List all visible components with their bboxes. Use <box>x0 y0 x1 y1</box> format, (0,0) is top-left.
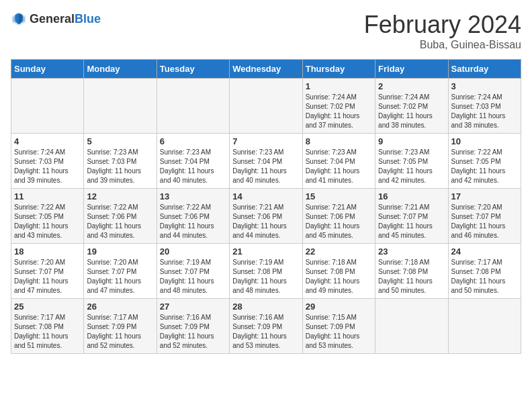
day-of-week-header: Monday <box>84 60 157 79</box>
day-info: Sunrise: 7:20 AM Sunset: 7:07 PM Dayligh… <box>451 203 518 240</box>
calendar-week-row: 25Sunrise: 7:17 AM Sunset: 7:08 PM Dayli… <box>11 299 521 354</box>
calendar-cell: 23Sunrise: 7:18 AM Sunset: 7:08 PM Dayli… <box>375 244 448 299</box>
calendar-cell: 25Sunrise: 7:17 AM Sunset: 7:08 PM Dayli… <box>11 299 84 354</box>
day-info: Sunrise: 7:24 AM Sunset: 7:02 PM Dayligh… <box>306 93 372 130</box>
day-number: 24 <box>451 246 518 257</box>
day-info: Sunrise: 7:16 AM Sunset: 7:09 PM Dayligh… <box>232 313 299 351</box>
calendar-cell: 7Sunrise: 7:23 AM Sunset: 7:04 PM Daylig… <box>230 134 302 189</box>
calendar-cell: 5Sunrise: 7:23 AM Sunset: 7:03 PM Daylig… <box>84 134 157 189</box>
day-info: Sunrise: 7:22 AM Sunset: 7:06 PM Dayligh… <box>87 203 153 240</box>
calendar-cell: 28Sunrise: 7:16 AM Sunset: 7:09 PM Dayli… <box>230 299 302 354</box>
day-number: 25 <box>14 302 81 312</box>
day-info: Sunrise: 7:23 AM Sunset: 7:03 PM Dayligh… <box>87 148 153 185</box>
calendar-cell: 14Sunrise: 7:21 AM Sunset: 7:06 PM Dayli… <box>230 189 302 244</box>
day-number: 7 <box>232 136 299 146</box>
day-info: Sunrise: 7:22 AM Sunset: 7:05 PM Dayligh… <box>14 203 81 240</box>
calendar-cell: 16Sunrise: 7:21 AM Sunset: 7:07 PM Dayli… <box>375 189 448 244</box>
day-info: Sunrise: 7:22 AM Sunset: 7:05 PM Dayligh… <box>451 148 518 185</box>
day-info: Sunrise: 7:16 AM Sunset: 7:09 PM Dayligh… <box>160 313 226 351</box>
calendar-cell: 22Sunrise: 7:18 AM Sunset: 7:08 PM Dayli… <box>302 244 375 299</box>
logo-icon <box>11 11 27 27</box>
day-info: Sunrise: 7:17 AM Sunset: 7:09 PM Dayligh… <box>87 313 153 351</box>
day-number: 14 <box>232 191 299 201</box>
day-of-week-header: Saturday <box>448 60 521 79</box>
calendar-header: SundayMondayTuesdayWednesdayThursdayFrid… <box>11 60 521 79</box>
calendar-cell: 6Sunrise: 7:23 AM Sunset: 7:04 PM Daylig… <box>157 134 229 189</box>
day-number: 29 <box>306 302 372 312</box>
day-number: 10 <box>451 136 518 146</box>
calendar-cell: 12Sunrise: 7:22 AM Sunset: 7:06 PM Dayli… <box>84 189 157 244</box>
day-info: Sunrise: 7:21 AM Sunset: 7:06 PM Dayligh… <box>232 203 299 240</box>
day-info: Sunrise: 7:24 AM Sunset: 7:02 PM Dayligh… <box>378 93 445 130</box>
day-number: 17 <box>451 191 518 201</box>
day-number: 15 <box>306 191 372 201</box>
calendar-cell: 19Sunrise: 7:20 AM Sunset: 7:07 PM Dayli… <box>84 244 157 299</box>
calendar-week-row: 11Sunrise: 7:22 AM Sunset: 7:05 PM Dayli… <box>11 189 521 244</box>
calendar-cell: 10Sunrise: 7:22 AM Sunset: 7:05 PM Dayli… <box>448 134 521 189</box>
page-header: GeneralBlue February 2024 Buba, Guinea-B… <box>11 11 521 51</box>
day-number: 1 <box>306 81 372 91</box>
day-number: 3 <box>451 81 518 91</box>
day-number: 16 <box>378 191 445 201</box>
day-number: 9 <box>378 136 445 146</box>
main-title: February 2024 <box>364 11 521 39</box>
day-of-week-header: Friday <box>375 60 448 79</box>
day-info: Sunrise: 7:17 AM Sunset: 7:08 PM Dayligh… <box>451 258 518 295</box>
day-info: Sunrise: 7:21 AM Sunset: 7:07 PM Dayligh… <box>378 203 445 240</box>
day-number: 22 <box>306 246 372 257</box>
title-block: February 2024 Buba, Guinea-Bissau <box>364 11 521 51</box>
calendar-cell <box>11 79 84 134</box>
day-number: 28 <box>232 302 299 312</box>
calendar-week-row: 4Sunrise: 7:24 AM Sunset: 7:03 PM Daylig… <box>11 134 521 189</box>
header-row: SundayMondayTuesdayWednesdayThursdayFrid… <box>11 60 521 79</box>
day-number: 12 <box>87 191 153 201</box>
day-info: Sunrise: 7:19 AM Sunset: 7:08 PM Dayligh… <box>232 258 299 295</box>
calendar-cell: 27Sunrise: 7:16 AM Sunset: 7:09 PM Dayli… <box>157 299 229 354</box>
calendar-cell: 11Sunrise: 7:22 AM Sunset: 7:05 PM Dayli… <box>11 189 84 244</box>
day-of-week-header: Tuesday <box>157 60 229 79</box>
calendar-cell <box>230 79 302 134</box>
day-info: Sunrise: 7:18 AM Sunset: 7:08 PM Dayligh… <box>378 258 445 295</box>
calendar-table: SundayMondayTuesdayWednesdayThursdayFrid… <box>11 59 521 354</box>
calendar-cell: 3Sunrise: 7:24 AM Sunset: 7:03 PM Daylig… <box>448 79 521 134</box>
calendar-cell: 4Sunrise: 7:24 AM Sunset: 7:03 PM Daylig… <box>11 134 84 189</box>
day-of-week-header: Wednesday <box>230 60 302 79</box>
day-number: 20 <box>160 246 226 257</box>
day-number: 8 <box>306 136 372 146</box>
calendar-cell: 15Sunrise: 7:21 AM Sunset: 7:06 PM Dayli… <box>302 189 375 244</box>
calendar-cell: 21Sunrise: 7:19 AM Sunset: 7:08 PM Dayli… <box>230 244 302 299</box>
day-number: 23 <box>378 246 445 257</box>
day-number: 2 <box>378 81 445 91</box>
day-info: Sunrise: 7:20 AM Sunset: 7:07 PM Dayligh… <box>87 258 153 295</box>
day-info: Sunrise: 7:17 AM Sunset: 7:08 PM Dayligh… <box>14 313 81 351</box>
calendar-week-row: 18Sunrise: 7:20 AM Sunset: 7:07 PM Dayli… <box>11 244 521 299</box>
day-info: Sunrise: 7:21 AM Sunset: 7:06 PM Dayligh… <box>306 203 372 240</box>
day-info: Sunrise: 7:22 AM Sunset: 7:06 PM Dayligh… <box>160 203 226 240</box>
calendar-body: 1Sunrise: 7:24 AM Sunset: 7:02 PM Daylig… <box>11 79 521 354</box>
calendar-cell: 1Sunrise: 7:24 AM Sunset: 7:02 PM Daylig… <box>302 79 375 134</box>
calendar-cell <box>84 79 157 134</box>
calendar-cell: 13Sunrise: 7:22 AM Sunset: 7:06 PM Dayli… <box>157 189 229 244</box>
calendar-cell: 26Sunrise: 7:17 AM Sunset: 7:09 PM Dayli… <box>84 299 157 354</box>
day-number: 19 <box>87 246 153 257</box>
day-number: 5 <box>87 136 153 146</box>
day-number: 18 <box>14 246 81 257</box>
day-of-week-header: Sunday <box>11 60 84 79</box>
calendar-cell <box>375 299 448 354</box>
day-info: Sunrise: 7:23 AM Sunset: 7:04 PM Dayligh… <box>160 148 226 185</box>
day-info: Sunrise: 7:23 AM Sunset: 7:04 PM Dayligh… <box>306 148 372 185</box>
calendar-cell: 20Sunrise: 7:19 AM Sunset: 7:07 PM Dayli… <box>157 244 229 299</box>
day-number: 26 <box>87 302 153 312</box>
calendar-cell: 8Sunrise: 7:23 AM Sunset: 7:04 PM Daylig… <box>302 134 375 189</box>
calendar-cell: 17Sunrise: 7:20 AM Sunset: 7:07 PM Dayli… <box>448 189 521 244</box>
location-subtitle: Buba, Guinea-Bissau <box>364 39 521 51</box>
calendar-cell: 2Sunrise: 7:24 AM Sunset: 7:02 PM Daylig… <box>375 79 448 134</box>
day-info: Sunrise: 7:24 AM Sunset: 7:03 PM Dayligh… <box>451 93 518 130</box>
day-number: 4 <box>14 136 81 146</box>
calendar-cell: 29Sunrise: 7:15 AM Sunset: 7:09 PM Dayli… <box>302 299 375 354</box>
day-number: 13 <box>160 191 226 201</box>
day-info: Sunrise: 7:23 AM Sunset: 7:04 PM Dayligh… <box>232 148 299 185</box>
calendar-cell: 9Sunrise: 7:23 AM Sunset: 7:05 PM Daylig… <box>375 134 448 189</box>
day-number: 11 <box>14 191 81 201</box>
day-number: 21 <box>232 246 299 257</box>
